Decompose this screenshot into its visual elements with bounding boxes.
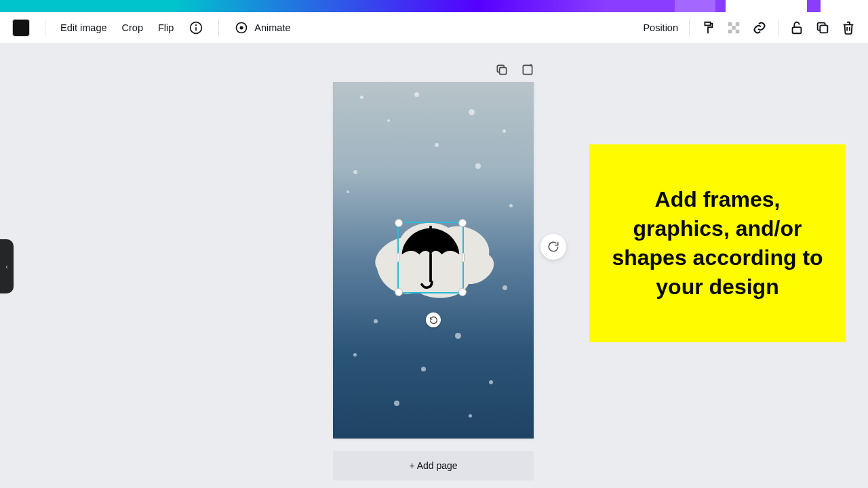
animate-button[interactable]: Animate: [234, 20, 290, 35]
page-mini-controls: [495, 63, 534, 77]
duplicate-page-icon[interactable]: [495, 63, 509, 77]
design-canvas[interactable]: [333, 82, 534, 439]
svg-rect-12: [500, 68, 507, 75]
header-pill-2[interactable]: [821, 0, 868, 16]
resize-handle-l[interactable]: [397, 253, 399, 262]
svg-rect-9: [736, 30, 740, 34]
svg-rect-10: [793, 27, 802, 33]
add-page-button[interactable]: + Add page: [333, 451, 534, 481]
regenerate-button[interactable]: [540, 234, 566, 260]
crop-button[interactable]: Crop: [122, 22, 143, 33]
duplicate-icon[interactable]: [815, 20, 830, 35]
svg-rect-8: [728, 30, 732, 34]
svg-rect-13: [523, 65, 532, 74]
instruction-text: Add frames, graphics, and/or shapes acco…: [607, 185, 828, 302]
rotate-handle[interactable]: [426, 312, 441, 327]
selection-box[interactable]: [397, 222, 464, 293]
svg-point-2: [196, 25, 197, 26]
divider: [45, 19, 45, 37]
trash-icon[interactable]: [841, 20, 856, 35]
svg-point-4: [240, 26, 243, 30]
resize-handle-tr[interactable]: [458, 219, 467, 227]
side-panel-toggle[interactable]: ‹: [0, 239, 14, 293]
resize-handle-r[interactable]: [462, 253, 465, 262]
lock-icon[interactable]: [789, 20, 804, 35]
position-button[interactable]: Position: [643, 22, 678, 33]
info-icon[interactable]: [189, 20, 203, 35]
transparency-icon[interactable]: [726, 20, 741, 35]
svg-rect-5: [728, 22, 732, 26]
animate-label: Animate: [254, 22, 290, 33]
svg-rect-11: [820, 25, 827, 33]
svg-rect-7: [732, 26, 736, 30]
color-swatch[interactable]: [12, 19, 30, 37]
divider: [778, 19, 778, 37]
header-pill-1[interactable]: [726, 0, 807, 16]
add-page-icon[interactable]: [521, 63, 534, 77]
animate-icon: [234, 20, 249, 35]
divider: [689, 19, 690, 37]
add-page-label: + Add page: [409, 460, 457, 471]
resize-handle-tl[interactable]: [395, 219, 403, 227]
link-icon[interactable]: [752, 20, 767, 35]
svg-rect-6: [736, 22, 740, 26]
context-toolbar: Edit image Crop Flip Animate Position: [0, 12, 868, 44]
edit-image-button[interactable]: Edit image: [60, 22, 107, 33]
instruction-callout: Add frames, graphics, and/or shapes acco…: [589, 144, 846, 342]
format-painter-icon[interactable]: [701, 20, 715, 35]
flip-button[interactable]: Flip: [158, 22, 174, 33]
resize-handle-bl[interactable]: [395, 288, 403, 296]
workspace: ‹: [0, 44, 868, 488]
resize-handle-br[interactable]: [458, 288, 467, 296]
app-header-gradient: [0, 0, 868, 12]
divider: [218, 19, 219, 37]
header-chip[interactable]: [675, 0, 715, 16]
